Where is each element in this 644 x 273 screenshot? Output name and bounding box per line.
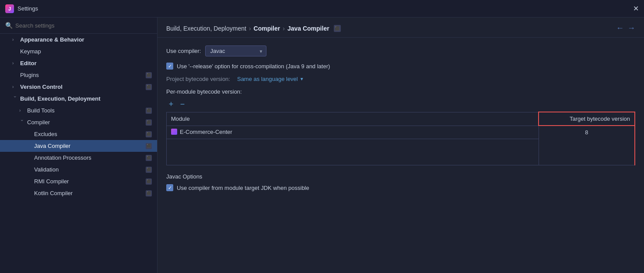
main-content: Use compiler: Javac ▼ ✓ Use '--release' … xyxy=(158,38,644,273)
release-option-row[interactable]: ✓ Use '--release' option for cross-compi… xyxy=(166,63,635,70)
breadcrumb-settings-icon: ⬛ xyxy=(334,25,341,32)
module-name: E-Commerce-Center xyxy=(180,129,232,135)
sidebar-item-label: Keymap xyxy=(20,48,152,55)
compiler-select[interactable]: Javac xyxy=(205,46,266,56)
sidebar-item-label: Build Tools xyxy=(27,107,143,114)
sidebar-item-keymap[interactable]: Keymap xyxy=(0,46,157,57)
excludes-badge: ⬛ xyxy=(146,131,152,137)
breadcrumb-sep-1: › xyxy=(249,25,251,32)
sidebar-item-label: RMI Compiler xyxy=(34,178,143,185)
expand-icon: › xyxy=(12,61,18,66)
breadcrumb-part-2: Compiler xyxy=(254,25,280,32)
sidebar-item-version-control[interactable]: › Version Control ⬛ xyxy=(0,81,157,93)
sidebar-item-kotlin-compiler[interactable]: Kotlin Compiler ⬛ xyxy=(0,187,157,199)
bytecode-value: Same as language level xyxy=(237,76,298,82)
release-option-checkbox[interactable]: ✓ xyxy=(166,63,173,70)
close-button[interactable]: ✕ xyxy=(633,4,639,13)
title-bar: J Settings ✕ xyxy=(0,0,644,18)
sidebar-item-label: Kotlin Compiler xyxy=(34,190,143,196)
sidebar-item-compiler[interactable]: › Compiler ⬛ xyxy=(0,116,157,128)
checkmark-icon-2: ✓ xyxy=(168,185,172,191)
main-header: Build, Execution, Deployment › Compiler … xyxy=(158,18,644,38)
search-input[interactable] xyxy=(15,22,152,29)
add-module-button[interactable]: + xyxy=(166,99,176,109)
settings-window: J Settings ✕ 🔍 › Appearance & Behavior K… xyxy=(0,0,644,273)
sidebar-item-label: Java Compiler xyxy=(34,143,143,149)
sidebar-item-excludes[interactable]: Excludes ⬛ xyxy=(0,128,157,140)
sidebar-item-label: Annotation Processors xyxy=(34,154,143,161)
bytecode-version-row: Project bytecode version: Same as langua… xyxy=(166,76,635,82)
bytecode-label: Project bytecode version: xyxy=(166,76,230,82)
jc-badge: ⬛ xyxy=(146,143,152,149)
module-jdk-label: Use compiler from module target JDK when… xyxy=(177,185,309,191)
module-table: Module Target bytecode version E-Commerc… xyxy=(166,112,635,165)
empty-cell-1 xyxy=(167,139,539,165)
sidebar-item-annotation-processors[interactable]: Annotation Processors ⬛ xyxy=(0,152,157,164)
sidebar-item-label: Editor xyxy=(20,60,152,66)
title-bar-left: J Settings xyxy=(5,4,38,13)
forward-button[interactable]: → xyxy=(627,24,635,33)
expand-icon: › xyxy=(12,84,18,89)
ap-badge: ⬛ xyxy=(146,155,152,161)
val-badge: ⬛ xyxy=(146,167,152,173)
bytecode-dropdown[interactable]: Same as language level ▼ xyxy=(237,76,304,82)
version-cell: 8 xyxy=(539,126,635,139)
expand-icon: › xyxy=(12,37,18,42)
module-color-icon xyxy=(171,129,177,135)
vc-badge: ⬛ xyxy=(146,84,152,90)
sidebar-item-label: Compiler xyxy=(27,119,143,126)
module-cell: E-Commerce-Center xyxy=(167,126,539,139)
sidebar-item-rmi-compiler[interactable]: RMI Compiler ⬛ xyxy=(0,175,157,187)
search-box[interactable]: 🔍 xyxy=(0,18,157,34)
nav-arrows: ← → xyxy=(616,24,635,33)
sidebar-item-label: Build, Execution, Deployment xyxy=(20,95,152,102)
sidebar-item-appearance[interactable]: › Appearance & Behavior xyxy=(0,34,157,46)
per-module-label: Per-module bytecode version: xyxy=(166,88,635,95)
javac-section: Javac Options ✓ Use compiler from module… xyxy=(166,173,635,191)
kc-badge: ⬛ xyxy=(146,190,152,196)
empty-cell-2 xyxy=(539,139,635,165)
sidebar-item-editor[interactable]: › Editor xyxy=(0,57,157,69)
search-icon: 🔍 xyxy=(5,22,13,29)
sidebar-item-build-tools[interactable]: › Build Tools ⬛ xyxy=(0,105,157,116)
target-version-col-header: Target bytecode version xyxy=(539,112,635,126)
compiler-select-wrapper[interactable]: Javac ▼ xyxy=(205,46,266,56)
dropdown-arrow-icon: ▼ xyxy=(300,77,304,81)
table-toolbar: + − xyxy=(166,99,635,109)
module-col-header: Module xyxy=(167,112,539,126)
sidebar-item-plugins[interactable]: Plugins ⬛ xyxy=(0,69,157,81)
sidebar-item-label: Appearance & Behavior xyxy=(20,36,152,43)
app-icon: J xyxy=(5,4,14,13)
table-row-empty xyxy=(167,139,635,165)
sidebar-item-build-execution[interactable]: › Build, Execution, Deployment xyxy=(0,93,157,105)
main-panel: Build, Execution, Deployment › Compiler … xyxy=(158,18,644,273)
use-compiler-label: Use compiler: xyxy=(166,48,201,54)
collapse-icon: › xyxy=(20,120,24,125)
sidebar-item-java-compiler[interactable]: Java Compiler ⬛ xyxy=(0,140,157,152)
content-area: 🔍 › Appearance & Behavior Keymap › Edito… xyxy=(0,18,644,273)
window-title: Settings xyxy=(18,5,38,12)
module-icon: E-Commerce-Center xyxy=(171,129,232,135)
remove-module-button[interactable]: − xyxy=(178,99,187,109)
table-row: E-Commerce-Center 8 xyxy=(167,126,635,139)
bt-badge: ⬛ xyxy=(146,108,152,114)
back-button[interactable]: ← xyxy=(616,24,624,33)
release-option-label: Use '--release' option for cross-compila… xyxy=(177,63,330,70)
module-jdk-row[interactable]: ✓ Use compiler from module target JDK wh… xyxy=(166,184,635,191)
expand-icon: › xyxy=(19,108,24,113)
sidebar-item-label: Validation xyxy=(34,166,143,173)
rmi-badge: ⬛ xyxy=(146,178,152,185)
javac-options-title: Javac Options xyxy=(166,173,635,180)
breadcrumb-part-1: Build, Execution, Deployment xyxy=(166,25,246,32)
sidebar: 🔍 › Appearance & Behavior Keymap › Edito… xyxy=(0,18,158,273)
collapse-icon: › xyxy=(13,96,18,102)
module-jdk-checkbox[interactable]: ✓ xyxy=(166,184,173,191)
sidebar-item-validation[interactable]: Validation ⬛ xyxy=(0,164,157,175)
breadcrumb-part-3: Java Compiler xyxy=(287,25,329,32)
sidebar-item-label: Excludes xyxy=(34,131,143,137)
breadcrumb-sep-2: › xyxy=(283,25,285,32)
use-compiler-row: Use compiler: Javac ▼ xyxy=(166,46,635,56)
checkmark-icon: ✓ xyxy=(168,63,172,69)
sidebar-item-label: Plugins xyxy=(20,72,143,78)
breadcrumb: Build, Execution, Deployment › Compiler … xyxy=(166,25,341,32)
